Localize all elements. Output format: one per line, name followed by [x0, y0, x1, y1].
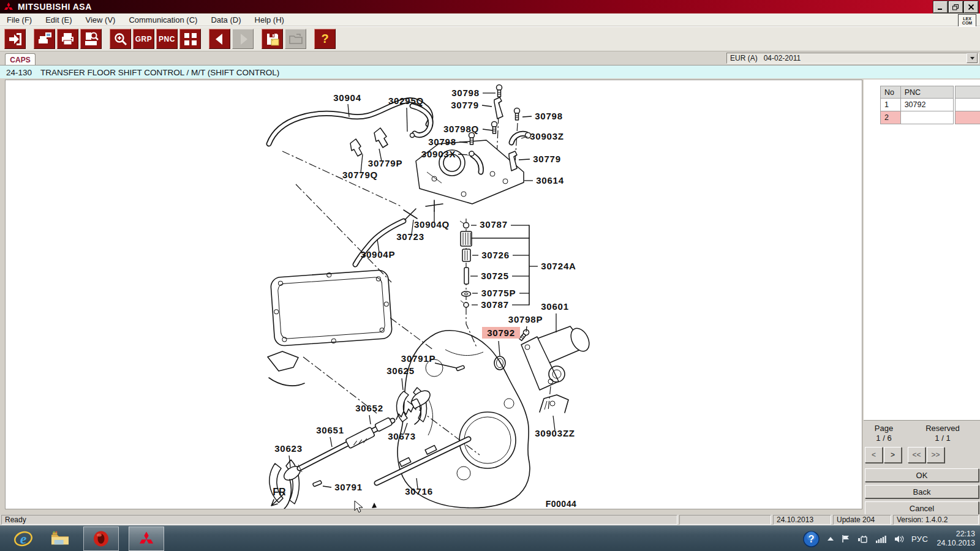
menu-help[interactable]: Help (H): [248, 13, 291, 26]
exit-button[interactable]: [4, 29, 26, 49]
part-label-30723[interactable]: 30723: [396, 231, 424, 242]
part-label-30726[interactable]: 30726: [481, 250, 510, 260]
page-value: 1 / 6: [864, 433, 904, 443]
part-label-30792[interactable]: 30792: [487, 328, 515, 338]
print-search-button[interactable]: [80, 29, 102, 49]
action-center-flag-icon[interactable]: [841, 534, 851, 544]
part-label-30798Q[interactable]: 30798Q: [443, 124, 479, 134]
combobox-dropdown-button[interactable]: [967, 53, 978, 63]
part-label-30725[interactable]: 30725: [481, 271, 509, 281]
cell-no[interactable]: 1: [880, 99, 901, 111]
cell-extra: [955, 99, 980, 111]
chevron-down-icon: [970, 57, 974, 60]
part-label-30623[interactable]: 30623: [274, 443, 303, 454]
save-button[interactable]: [262, 29, 283, 49]
part-label-30798P[interactable]: 30798P: [508, 314, 543, 324]
taskbar-opera-button[interactable]: [83, 527, 119, 551]
help-button[interactable]: ?: [314, 29, 336, 49]
status-update: Update 204: [833, 515, 891, 525]
zoom-button[interactable]: [110, 29, 131, 49]
network-signal-icon[interactable]: [875, 534, 887, 544]
menu-file[interactable]: File (F): [0, 13, 39, 26]
part-label-30904P[interactable]: 30904P: [361, 249, 396, 260]
menu-edit[interactable]: Edit (E): [39, 13, 78, 26]
status-version: Version: 1.4.0.2: [893, 515, 979, 525]
menu-view[interactable]: View (V): [79, 13, 123, 26]
restore-button[interactable]: [949, 1, 963, 13]
cell-pnc-edit[interactable]: [901, 111, 954, 124]
part-label-30779[interactable]: 30779: [533, 154, 561, 164]
part-label-30601[interactable]: 30601: [541, 301, 569, 312]
cell-pnc[interactable]: 30792: [901, 99, 954, 111]
reserved-first-button[interactable]: <<: [908, 447, 925, 463]
leader-line: [369, 415, 371, 424]
part-label-30614[interactable]: 30614: [536, 175, 564, 186]
part-label-30716[interactable]: 30716: [405, 486, 433, 497]
table-row[interactable]: 1 30792: [880, 99, 980, 111]
part-label-30779[interactable]: 30779: [451, 100, 479, 110]
leader-line: [482, 105, 492, 107]
part-label-30791[interactable]: 30791: [334, 482, 363, 492]
part-label-30775P[interactable]: 30775P: [481, 288, 516, 298]
leader-line: [519, 159, 530, 160]
part-label-30673[interactable]: 30673: [388, 431, 416, 441]
taskbar-explorer-button[interactable]: [47, 527, 74, 550]
part-label-30791P[interactable]: 30791P: [401, 353, 436, 364]
reserved-last-button[interactable]: >>: [927, 447, 944, 463]
volume-icon[interactable]: [894, 534, 905, 544]
page-prev-button[interactable]: <: [865, 447, 883, 463]
part-label-30651[interactable]: 30651: [316, 425, 344, 435]
forward-icon: [235, 31, 251, 47]
cell-no[interactable]: 2: [880, 111, 901, 124]
ok-button[interactable]: OK: [865, 468, 979, 482]
table-row-selected[interactable]: 2: [880, 111, 980, 124]
part-label-30903X[interactable]: 30903X: [421, 149, 456, 159]
part-label-30779P[interactable]: 30779P: [368, 158, 403, 168]
svg-text:?: ?: [808, 533, 814, 544]
part-label-30798[interactable]: 30798: [535, 111, 563, 121]
menu-communication[interactable]: Communication (C): [122, 13, 204, 26]
internet-explorer-icon: e: [13, 530, 34, 548]
taskbar-mitsubishi-asa-button[interactable]: [129, 527, 164, 551]
print-button[interactable]: [57, 29, 78, 49]
taskbar-clock[interactable]: 22:13 24.10.2013: [937, 530, 975, 548]
grp-button[interactable]: GRP: [133, 29, 154, 49]
tray-help-button[interactable]: ?: [802, 530, 820, 548]
part-label-30903Z[interactable]: 30903Z: [530, 131, 564, 141]
part-label-30652[interactable]: 30652: [355, 403, 383, 413]
tab-caps[interactable]: CAPS: [5, 53, 36, 66]
clock-date: 24.10.2013: [937, 539, 975, 548]
tile-view-button[interactable]: [179, 29, 201, 49]
part-label-30625[interactable]: 30625: [386, 365, 415, 376]
back-button[interactable]: [209, 29, 230, 49]
part-label-30904Q[interactable]: 30904Q: [414, 219, 450, 230]
part-label-30798[interactable]: 30798: [451, 88, 480, 98]
part-label-30779Q[interactable]: 30779Q: [342, 170, 378, 180]
print-preview-button[interactable]: [34, 29, 55, 49]
power-battery-icon[interactable]: [858, 534, 869, 544]
section-header: 24-130 TRANSFER FLOOR SHIFT CONTROL / M/…: [0, 65, 980, 79]
part-label-30903ZZ[interactable]: 30903ZZ: [535, 428, 575, 438]
status-bar: Ready 24.10.2013 Update 204 Version: 1.4…: [0, 514, 980, 525]
close-icon: [968, 4, 974, 10]
menu-data[interactable]: Data (D): [204, 13, 247, 26]
part-label-30798[interactable]: 30798: [428, 137, 456, 147]
cancel-button[interactable]: Cancel: [865, 501, 979, 515]
pnc-button[interactable]: PNC: [156, 29, 178, 49]
region-combobox[interactable]: EUR (A) 04-02-2011: [726, 53, 979, 64]
part-label-30904[interactable]: 30904: [333, 92, 361, 103]
part-label-30295Q[interactable]: 30295Q: [388, 96, 424, 106]
page-next-button[interactable]: >: [884, 447, 902, 463]
close-button[interactable]: [964, 1, 978, 13]
lexcom-line1: LEX: [963, 17, 971, 21]
part-label-30787[interactable]: 30787: [481, 299, 509, 310]
language-indicator[interactable]: РУС: [911, 534, 929, 544]
leader-line: [323, 486, 331, 487]
part-label-30724A[interactable]: 30724A: [541, 261, 576, 271]
back-button-panel[interactable]: Back: [865, 485, 979, 498]
part-label-30787[interactable]: 30787: [480, 219, 508, 230]
taskbar-ie-button[interactable]: e: [10, 527, 37, 550]
pnc-table: No PNC 1 30792 2: [880, 86, 980, 124]
show-hidden-icons-button[interactable]: [827, 536, 834, 542]
minimize-button[interactable]: [933, 1, 948, 13]
